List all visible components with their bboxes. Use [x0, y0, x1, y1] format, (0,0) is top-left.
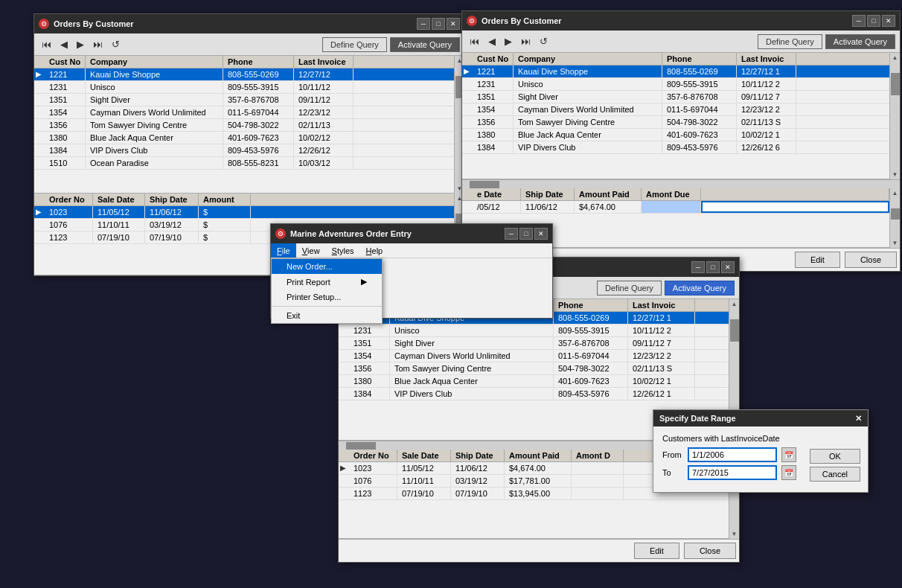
window2-customer-row-1231[interactable]: 1231 Unisco 809-555-3915 10/11/12 2 [462, 78, 889, 91]
window4-customer-row-1380[interactable]: 1380 Blue Jack Aqua Center 401-609-7623 … [339, 375, 729, 388]
window1-titlebar: ⊙ Orders By Customer ─ □ ✕ [34, 14, 464, 33]
window2-close-btn[interactable]: ✕ [882, 15, 895, 27]
dialog-from-input[interactable] [688, 447, 777, 462]
menu-printer-setup[interactable]: Printer Setup... [272, 290, 382, 304]
window1-customer-row-1380[interactable]: 1380 Blue Jack Aqua Center 401-609-7623 … [34, 132, 454, 144]
window2-minimize-btn[interactable]: ─ [852, 15, 866, 27]
window3-title: Marine Adventures Order Entry [290, 229, 412, 238]
window2-customer-header: Cust No Company Phone Last Invoic [462, 53, 889, 65]
window1-customer-row-1384[interactable]: 1384 VIP Divers Club 809-453-5976 12/26/… [34, 144, 454, 157]
dialog-action-buttons: OK Cancel [810, 449, 860, 482]
window4-customer-row-1384[interactable]: 1384 VIP Divers Club 809-453-5976 12/26/… [339, 388, 729, 400]
window2-horiz-scroll[interactable] [462, 179, 900, 188]
dialog-to-calendar-btn[interactable]: 📅 [781, 465, 796, 480]
window2-customer-row-1356[interactable]: 1356 Tom Sawyer Diving Centre 504-798-30… [462, 116, 889, 129]
window1-order-header: Order No Sale Date Ship Date Amount [34, 194, 454, 206]
window1-customer-row-1231[interactable]: 1231 Unisco 809-555-3915 10/11/12 [34, 81, 454, 94]
window1-activate-query-btn[interactable]: Activate Query [390, 37, 460, 52]
dialog-ok-btn[interactable]: OK [810, 449, 860, 464]
window1-customer-row-1356[interactable]: 1356 Tom Sawyer Diving Centre 504-798-30… [34, 119, 454, 132]
window1-company-header: Company [86, 56, 223, 68]
window2-refresh-btn[interactable]: ↺ [537, 34, 551, 48]
window1-order-row-1023[interactable]: ▶ 1023 11/05/12 11/06/12 $ [34, 206, 454, 219]
window2-first-btn[interactable]: ⏮ [467, 34, 482, 48]
window4-close-btn[interactable]: Close [684, 543, 736, 559]
dialog-title: Specify Date Range ✕ [653, 410, 868, 426]
window1-toolbar: ⏮ ◀ ▶ ⏭ ↺ Define Query Activate Query [34, 33, 464, 56]
window1-maximize-btn[interactable]: □ [432, 18, 445, 30]
menu-exit[interactable]: Exit [272, 308, 382, 323]
window3-order-entry: ⊙ Marine Adventures Order Entry ─ □ ✕ Fi… [270, 223, 553, 319]
window2-next-btn[interactable]: ▶ [502, 34, 515, 48]
window1-sale-date-header: Sale Date [93, 194, 145, 205]
window2-edit-btn[interactable]: Edit [795, 252, 840, 268]
window1-amount-header: Amount [199, 194, 251, 205]
window4-maximize-btn[interactable]: □ [706, 261, 720, 273]
dialog-to-input[interactable] [688, 465, 777, 480]
menu-print-report[interactable]: Print Report ▶ [272, 274, 382, 290]
window1-minimize-btn[interactable]: ─ [417, 18, 430, 30]
window2-order-row-1023[interactable]: /05/12 11/06/12 $4,674.00 [462, 201, 889, 214]
window3-menubar: File View Styles Help [271, 243, 552, 258]
window4-edit-btn[interactable]: Edit [634, 543, 679, 559]
window4-define-query-btn[interactable]: Define Query [597, 281, 662, 295]
window4-close-btn[interactable]: ✕ [721, 261, 735, 273]
window2-last-btn[interactable]: ⏭ [518, 34, 534, 48]
dialog-cancel-btn[interactable]: Cancel [810, 467, 860, 482]
menu-styles[interactable]: Styles [326, 243, 360, 258]
window1-customer-row-1354[interactable]: 1354 Cayman Divers World Unlimited 011-5… [34, 106, 454, 119]
window1-first-btn[interactable]: ⏮ [39, 37, 54, 51]
window2-define-query-btn[interactable]: Define Query [758, 34, 822, 49]
dialog-specify-date-range: Specify Date Range ✕ Customers with Last… [653, 409, 869, 493]
window1-next-btn[interactable]: ▶ [74, 37, 87, 51]
window1-refresh-btn[interactable]: ↺ [109, 37, 123, 51]
window2-close-btn[interactable]: Close [845, 252, 897, 268]
window1-ship-date-header: Ship Date [145, 194, 199, 205]
window3-maximize-btn[interactable]: □ [519, 228, 533, 240]
window1-customer-row-1221[interactable]: ▶ 1221 Kauai Dive Shoppe 808-555-0269 12… [34, 68, 454, 81]
window4-customer-grid-body: ▶ 1221 Kauai Dive Shoppe 808-555-0269 12… [339, 312, 729, 400]
window4-customer-row-1356[interactable]: 1356 Tom Sawyer Diving Centre 504-798-30… [339, 362, 729, 375]
window3-titlebar: ⊙ Marine Adventures Order Entry ─ □ ✕ [271, 224, 552, 243]
dialog-from-calendar-btn[interactable]: 📅 [781, 447, 796, 462]
window4-customer-row-1231[interactable]: 1231 Unisco 809-555-3915 10/11/12 2 [339, 325, 729, 337]
window4-customer-row-1354[interactable]: 1354 Cayman Divers World Unlimited 011-5… [339, 350, 729, 362]
dialog-to-label: To [662, 468, 683, 477]
window2-titlebar: ⊙ Orders By Customer ─ □ ✕ [462, 11, 900, 31]
window1-customer-row-1510[interactable]: 1510 Ocean Paradise 808-555-8231 10/03/1… [34, 157, 454, 170]
window2-customer-row-1380[interactable]: 1380 Blue Jack Aqua Center 401-609-7623 … [462, 129, 889, 141]
window2-customer-row-1354[interactable]: 1354 Cayman Divers World Unlimited 011-5… [462, 103, 889, 116]
window1-last-btn[interactable]: ⏭ [90, 37, 106, 51]
dialog-from-label: From [662, 450, 683, 459]
window3-minimize-btn[interactable]: ─ [505, 228, 518, 240]
window3-file-menu: New Order... Print Report ▶ Printer Setu… [271, 258, 383, 324]
window2-activate-query-btn[interactable]: Activate Query [825, 34, 895, 49]
menu-help[interactable]: Help [360, 243, 389, 258]
window2-prev-btn[interactable]: ◀ [485, 34, 499, 48]
window4-bottom-panel: Edit Close [339, 539, 739, 562]
window4-minimize-btn[interactable]: ─ [691, 261, 705, 273]
menu-file[interactable]: File [271, 243, 296, 258]
window1-last-invoice-header: Last Invoice [294, 56, 354, 68]
window4-customer-row-1351[interactable]: 1351 Sight Diver 357-6-876708 09/11/12 7 [339, 337, 729, 350]
window2-order-scrollbar[interactable]: ▲ ▼ [889, 188, 900, 248]
window2-customer-row-1221[interactable]: ▶ 1221 Kauai Dive Shoppe 808-555-0269 12… [462, 65, 889, 78]
dialog-title-text: Specify Date Range [659, 414, 736, 423]
menu-view[interactable]: View [296, 243, 326, 258]
menu-new-order[interactable]: New Order... [272, 259, 382, 274]
window1-prev-btn[interactable]: ◀ [57, 37, 71, 51]
window2-customer-scrollbar[interactable]: ▲ ▼ [889, 53, 900, 179]
window4-activate-query-btn[interactable]: Activate Query [665, 281, 735, 295]
window1-app-icon: ⊙ [39, 19, 49, 29]
window2-maximize-btn[interactable]: □ [867, 15, 880, 27]
window2-customer-row-1384[interactable]: 1384 VIP Divers Club 809-453-5976 12/26/… [462, 141, 889, 154]
window1-define-query-btn[interactable]: Define Query [322, 37, 387, 52]
window1-customer-row-1351[interactable]: 1351 Sight Diver 357-6-876708 09/11/12 [34, 94, 454, 106]
dialog-close-btn[interactable]: ✕ [855, 414, 862, 424]
window3-close-btn[interactable]: ✕ [534, 228, 548, 240]
window2-order-grid-body: /05/12 11/06/12 $4,674.00 [462, 201, 889, 214]
window1-close-btn[interactable]: ✕ [447, 18, 460, 30]
window1-customer-grid-body: ▶ 1221 Kauai Dive Shoppe 808-555-0269 12… [34, 68, 454, 170]
window2-customer-row-1351[interactable]: 1351 Sight Diver 357-6-876708 09/11/12 7 [462, 91, 889, 103]
window2-toolbar: ⏮ ◀ ▶ ⏭ ↺ Define Query Activate Query [462, 31, 900, 53]
